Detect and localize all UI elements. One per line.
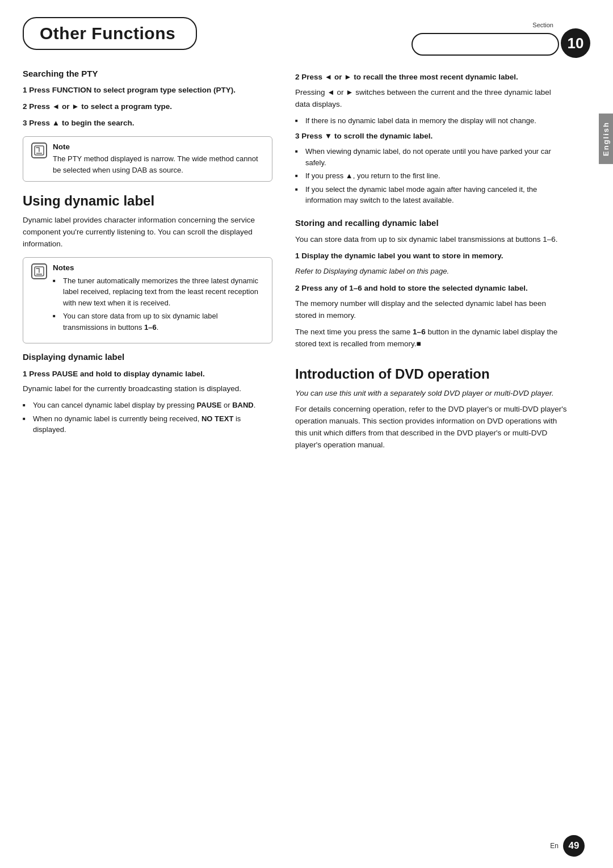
title-box: Other Functions — [23, 17, 197, 50]
footer-page-number: 49 — [563, 835, 585, 857]
scroll-step3-heading: 3 Press ▼ to scroll the dynamic label. — [295, 131, 568, 142]
notes-icon — [31, 263, 47, 279]
searching-note-box: Note The PTY method displayed is narrow.… — [23, 136, 272, 182]
dvd-intro-section: Introduction of DVD operation You can us… — [295, 366, 568, 452]
section-label: Section — [532, 22, 553, 28]
storing-intro: You can store data from up to six dynami… — [295, 234, 568, 246]
note-title: Note — [53, 142, 264, 151]
storing-step2-text2: The next time you press the same 1–6 but… — [295, 326, 568, 350]
scroll-step3-section: 3 Press ▼ to scroll the dynamic label. W… — [295, 131, 568, 206]
section-number: 10 — [568, 35, 584, 52]
page-container: Other Functions Section 10 English Searc… — [0, 0, 613, 868]
dvd-italic-intro: You can use this unit with a separately … — [295, 388, 568, 400]
displaying-dynamic-label-section: Displaying dynamic label 1 Press PAUSE a… — [23, 350, 272, 435]
storing-section: Storing and recalling dynamic label You … — [295, 216, 568, 350]
storing-heading: Storing and recalling dynamic label — [295, 216, 568, 229]
section-number-box: 10 — [561, 28, 590, 58]
recall-bullet-1: If there is no dynamic label data in mem… — [295, 115, 568, 127]
page-title: Other Functions — [40, 24, 175, 43]
storing-step2-text1: The memory number will display and the s… — [295, 298, 568, 322]
scroll-bullet-3: If you select the dynamic label mode aga… — [295, 184, 568, 206]
displaying-heading: Displaying dynamic label — [23, 350, 272, 363]
note-icon — [31, 142, 47, 158]
using-dynamic-label-section: Using dynamic label Dynamic label provid… — [23, 193, 272, 343]
using-dynamic-label-heading: Using dynamic label — [23, 193, 272, 209]
recall-step2-section: 2 Press ◄ or ► to recall the three most … — [295, 72, 568, 126]
searching-step3: 3 Press ▲ to begin the search. — [23, 118, 272, 129]
displaying-bullet-1: You can cancel dynamic label display by … — [23, 400, 272, 411]
main-content: Searching the PTY 1 Press FUNCTION to se… — [0, 67, 613, 456]
using-note-2: You can store data from up to six dynami… — [53, 311, 264, 333]
recall-step2-heading: 2 Press ◄ or ► to recall the three most … — [295, 72, 568, 83]
searching-step1: 1 Press FUNCTION to select program type … — [23, 85, 272, 97]
displaying-bullets: You can cancel dynamic label display by … — [23, 400, 272, 435]
searching-pty-heading: Searching the PTY — [23, 67, 272, 80]
displaying-step1-text: Dynamic label for the currently broadcas… — [23, 383, 272, 395]
using-dynamic-intro: Dynamic label provides character informa… — [23, 215, 272, 250]
scroll-bullet-1: When viewing dynamic label, do not opera… — [295, 146, 568, 168]
right-column: 2 Press ◄ or ► to recall the three most … — [289, 67, 568, 456]
using-notes-box: Notes The tuner automatically memorizes … — [23, 257, 272, 344]
page-footer: En 49 — [550, 835, 585, 857]
note-content: Note The PTY method displayed is narrow.… — [53, 142, 264, 175]
language-label: English — [599, 114, 613, 164]
scroll-bullets: When viewing dynamic label, do not opera… — [295, 146, 568, 206]
notes-title: Notes — [53, 263, 264, 272]
storing-step1-text: Refer to Displaying dynamic label on thi… — [295, 266, 568, 277]
displaying-bullet-2: When no dynamic label is currently being… — [23, 413, 272, 435]
dvd-intro-text: For details concerning operation, refer … — [295, 404, 568, 451]
searching-pty-section: Searching the PTY 1 Press FUNCTION to se… — [23, 67, 272, 182]
section-right-box — [412, 33, 559, 56]
notes-content: Notes The tuner automatically memorizes … — [53, 263, 264, 338]
scroll-bullet-2: If you press ▲, you return to the first … — [295, 170, 568, 182]
footer-en-label: En — [550, 842, 559, 850]
note-body: The PTY method displayed is narrow. The … — [53, 153, 264, 175]
recall-step2-bullets: If there is no dynamic label data in mem… — [295, 115, 568, 127]
storing-step1-heading: 1 Display the dynamic label you want to … — [295, 250, 568, 262]
searching-step2: 2 Press ◄ or ► to select a program type. — [23, 101, 272, 113]
using-note-1: The tuner automatically memorizes the th… — [53, 275, 264, 309]
left-column: Searching the PTY 1 Press FUNCTION to se… — [23, 67, 289, 456]
displaying-step1-heading: 1 Press PAUSE and hold to display dynami… — [23, 368, 272, 380]
recall-step2-text: Pressing ◄ or ► switches between the cur… — [295, 87, 568, 111]
storing-step2-heading: 2 Press any of 1–6 and hold to store the… — [295, 283, 568, 295]
using-notes-list: The tuner automatically memorizes the th… — [53, 275, 264, 333]
top-header: Other Functions Section 10 — [0, 17, 613, 50]
dvd-intro-heading: Introduction of DVD operation — [295, 366, 568, 382]
